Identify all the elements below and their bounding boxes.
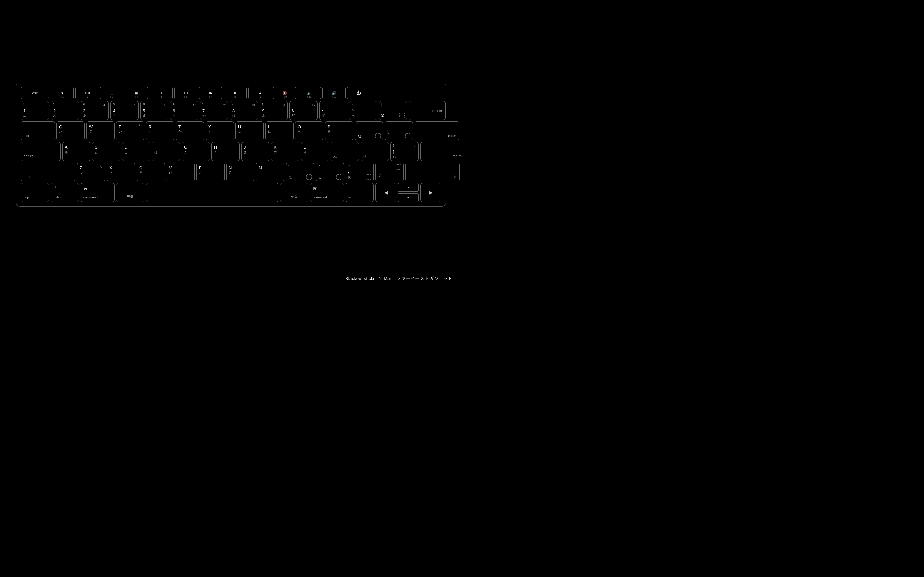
key-option[interactable]: alt option (51, 183, 79, 202)
key-p[interactable]: P せ (325, 121, 353, 140)
key-u[interactable]: U な (236, 121, 264, 140)
key-9[interactable]: ) よ 9 よ (260, 101, 288, 120)
key-shift-left[interactable]: shift (21, 163, 75, 181)
bottom-row: caps alt option ⌘ command 英数 かな ⌘ comman… (21, 183, 441, 202)
key-f3[interactable]: ⊡ F3 (100, 87, 123, 99)
key-fn-right[interactable]: fn (346, 183, 374, 202)
key-v[interactable]: V ひ (166, 163, 195, 181)
key-delete[interactable]: delete (409, 101, 446, 120)
key-q[interactable]: Q た (57, 121, 85, 140)
key-eisu[interactable]: 英数 (116, 183, 144, 202)
key-z[interactable]: っ Z つ (77, 163, 105, 181)
number-row: ! 1 ぬ " 2 ふ # あ 3 あ $ う (21, 101, 441, 120)
key-command-left[interactable]: ⌘ command (81, 183, 115, 202)
keyboard: esc ☀ F1 ☀✲ F2 ⊡ F3 ⊞ F4 ✦ F5 ✦✦ F6 ⏮ F7 (16, 82, 446, 207)
key-ro[interactable]: ろ (375, 163, 404, 181)
key-command-right[interactable]: ⌘ command (310, 183, 344, 202)
key-f7[interactable]: ⏮ F7 (199, 87, 222, 99)
key-f6[interactable]: ✦✦ F6 (174, 87, 197, 99)
key-e[interactable]: い E い (116, 121, 144, 140)
key-f10[interactable]: 🔇 F10 (273, 87, 296, 99)
key-s[interactable]: S と (92, 142, 120, 161)
key-y[interactable]: Y ん (206, 121, 234, 140)
key-slash[interactable]: ? / め (346, 163, 374, 181)
key-h[interactable]: H く (212, 142, 240, 161)
key-o[interactable]: O ら (295, 121, 323, 140)
key-r[interactable]: R す (146, 121, 174, 140)
key-4[interactable]: $ う 4 う (110, 101, 139, 120)
key-j[interactable]: J ま (241, 142, 270, 161)
key-6[interactable]: & お 6 お (170, 101, 198, 120)
key-yen[interactable]: | ¥ (379, 101, 407, 120)
key-d[interactable]: D し (122, 142, 150, 161)
key-7[interactable]: ' や 7 や (200, 101, 228, 120)
key-k[interactable]: K の (271, 142, 299, 161)
key-kana[interactable]: かな (280, 183, 309, 202)
key-minus[interactable]: - ほ (319, 101, 347, 120)
key-a[interactable]: A ち (62, 142, 90, 161)
key-f5[interactable]: ✦ F5 (150, 87, 173, 99)
key-semicolon[interactable]: + ; れ (331, 142, 359, 161)
key-space[interactable] (146, 183, 278, 202)
key-control[interactable]: control (21, 142, 61, 161)
key-c[interactable]: C そ (137, 163, 165, 181)
key-period[interactable]: > . る (316, 163, 344, 181)
key-f11[interactable]: 🔈 F11 (298, 87, 321, 99)
key-power[interactable]: ⏻ (347, 87, 370, 99)
key-caps[interactable]: caps (21, 183, 49, 202)
key-arrow-left[interactable]: ◀ (375, 183, 396, 202)
key-m[interactable]: M も (256, 163, 284, 181)
key-f4[interactable]: ⊞ F4 (125, 87, 148, 99)
key-bracket-right[interactable]: } ] む 」 (391, 142, 419, 161)
key-return[interactable]: return (420, 142, 462, 161)
shift-row: shift っ Z つ X さ C そ V (21, 163, 441, 181)
key-arrow-down[interactable]: ▼ (398, 193, 419, 202)
brand-jp: ファーイーストガジェット (397, 276, 452, 281)
key-f2[interactable]: ☀✲ F2 (75, 87, 99, 99)
key-x[interactable]: X さ (107, 163, 135, 181)
brand-for: for Mac (379, 277, 391, 280)
key-enter[interactable]: enter (415, 121, 459, 140)
tab-row: tab Q た W て い E い R す (21, 121, 441, 140)
key-b[interactable]: B こ (196, 163, 225, 181)
key-bracket-left[interactable]: { [ 「 (384, 121, 413, 140)
key-at[interactable]: ` @ (355, 121, 383, 140)
control-row: control A ち S と D し F は (21, 142, 441, 161)
key-comma[interactable]: < , ね (286, 163, 314, 181)
key-5[interactable]: % え 5 え (140, 101, 168, 120)
key-w[interactable]: W て (86, 121, 115, 140)
key-i[interactable]: I に (265, 121, 294, 140)
key-2[interactable]: " 2 ふ (51, 101, 79, 120)
key-f9[interactable]: ⏭ F9 (248, 87, 271, 99)
key-arrow-right[interactable]: ▶ (420, 183, 441, 202)
key-shift-right[interactable]: shift (405, 163, 460, 181)
key-1[interactable]: ! 1 ぬ (21, 101, 49, 120)
brand-name: Blackout sticker (346, 276, 377, 281)
key-tab[interactable]: tab (21, 121, 55, 140)
key-0[interactable]: わ 0 わ (289, 101, 318, 120)
key-f8[interactable]: ⏯ F8 (224, 87, 247, 99)
function-row: esc ☀ F1 ☀✲ F2 ⊡ F3 ⊞ F4 ✦ F5 ✦✦ F6 ⏮ F7 (21, 87, 441, 99)
key-esc[interactable]: esc (21, 87, 49, 99)
key-8[interactable]: ( ゆ 8 ゆ (230, 101, 258, 120)
key-n[interactable]: N み (226, 163, 254, 181)
key-colon[interactable]: * : け (360, 142, 389, 161)
key-f[interactable]: F は (152, 142, 180, 161)
key-caret[interactable]: ~ ^ へ (349, 101, 377, 120)
key-g[interactable]: G き (182, 142, 210, 161)
key-arrow-up[interactable]: ▲ (398, 183, 419, 192)
key-l[interactable]: L り (301, 142, 329, 161)
key-3[interactable]: # あ 3 あ (81, 101, 109, 120)
key-t[interactable]: T か (176, 121, 204, 140)
brand-text: Blackout sticker for Mac ファーイーストガジェット (346, 276, 452, 282)
key-f1[interactable]: ☀ F1 (51, 87, 74, 99)
key-f12[interactable]: 🔊 F12 (322, 87, 346, 99)
